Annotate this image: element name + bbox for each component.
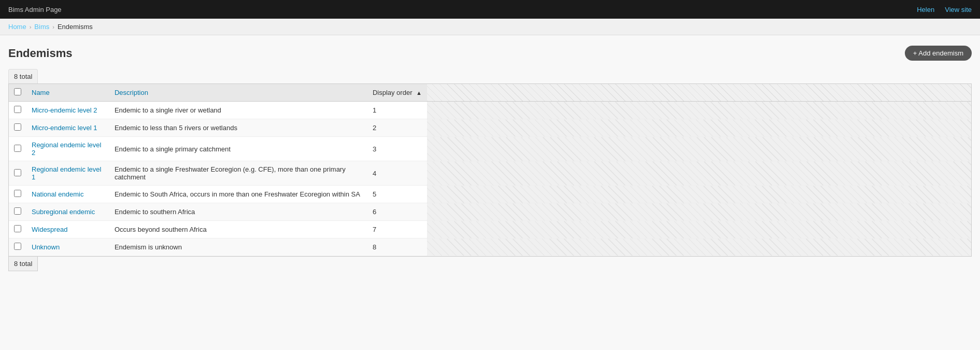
row-hatched-cell	[427, 161, 971, 186]
row-checkbox[interactable]	[14, 106, 21, 113]
col-name-label: Name	[32, 89, 50, 96]
col-header-empty	[427, 84, 971, 102]
row-display-order-cell: 5	[367, 186, 427, 203]
row-name-cell: Regional endemic level 1	[26, 161, 109, 186]
row-name-link[interactable]: Widespread	[32, 226, 67, 233]
row-name-link[interactable]: Micro-endemic level 1	[32, 124, 97, 132]
row-description-cell: Occurs beyond southern Africa	[109, 221, 367, 239]
total-label-top: 8 total	[8, 69, 38, 83]
row-name-cell: Regional endemic level 2	[26, 137, 109, 161]
endemisms-table-wrapper: Name Description Display order ▲	[8, 83, 972, 257]
row-display-order-cell: 2	[367, 119, 427, 137]
row-checkbox[interactable]	[14, 123, 21, 131]
row-hatched-cell	[427, 239, 971, 256]
page-header: Endemisms + Add endemism	[8, 46, 972, 61]
table-row: Micro-endemic level 1 Endemic to less th…	[9, 119, 971, 137]
row-hatched-cell	[427, 221, 971, 239]
row-name-link[interactable]: National endemic	[32, 190, 83, 198]
row-name-cell: Unknown	[26, 239, 109, 256]
row-checkbox-cell[interactable]	[9, 119, 26, 137]
topbar-right: Helen View site	[917, 6, 972, 13]
row-description-cell: Endemic to a single primary catchment	[109, 137, 367, 161]
row-description-cell: Endemism is unknown	[109, 239, 367, 256]
select-all-header[interactable]	[9, 84, 26, 102]
breadcrumb-current: Endemisms	[58, 23, 93, 31]
row-name-cell: Micro-endemic level 1	[26, 119, 109, 137]
row-checkbox-cell[interactable]	[9, 161, 26, 186]
table-body: Micro-endemic level 2 Endemic to a singl…	[9, 102, 971, 256]
page-title: Endemisms	[8, 47, 73, 60]
breadcrumb: Home › Bims › Endemisms	[0, 19, 980, 35]
row-display-order-cell: 6	[367, 203, 427, 221]
row-name-cell: Subregional endemic	[26, 203, 109, 221]
table-header-row: Name Description Display order ▲	[9, 84, 971, 102]
row-name-link[interactable]: Subregional endemic	[32, 208, 95, 216]
view-site-link[interactable]: View site	[945, 6, 972, 13]
table-row: Unknown Endemism is unknown 8	[9, 239, 971, 256]
row-description-cell: Endemic to South Africa, occurs in more …	[109, 186, 367, 203]
select-all-checkbox[interactable]	[14, 88, 21, 95]
table-row: Regional endemic level 1 Endemic to a si…	[9, 161, 971, 186]
row-hatched-cell	[427, 119, 971, 137]
col-display-order-label: Display order	[373, 89, 413, 96]
row-checkbox[interactable]	[14, 225, 21, 232]
row-hatched-cell	[427, 186, 971, 203]
row-name-link[interactable]: Micro-endemic level 2	[32, 106, 97, 114]
row-checkbox[interactable]	[14, 190, 21, 197]
row-checkbox[interactable]	[14, 145, 21, 152]
breadcrumb-bims[interactable]: Bims	[34, 23, 49, 31]
row-display-order-cell: 4	[367, 161, 427, 186]
endemisms-table: Name Description Display order ▲	[9, 84, 971, 256]
row-display-order-cell: 7	[367, 221, 427, 239]
table-row: Widespread Occurs beyond southern Africa…	[9, 221, 971, 239]
breadcrumb-home[interactable]: Home	[8, 23, 26, 31]
row-checkbox[interactable]	[14, 243, 21, 250]
row-display-order-cell: 8	[367, 239, 427, 256]
table-row: Regional endemic level 2 Endemic to a si…	[9, 137, 971, 161]
row-name-link[interactable]: Regional endemic level 2	[32, 141, 101, 157]
row-description-cell: Endemic to a single Freshwater Ecoregion…	[109, 161, 367, 186]
add-endemism-button[interactable]: + Add endemism	[905, 46, 972, 61]
row-display-order-cell: 1	[367, 102, 427, 119]
row-hatched-cell	[427, 102, 971, 119]
row-name-link[interactable]: Regional endemic level 1	[32, 165, 101, 181]
total-label-bottom: 8 total	[8, 257, 38, 271]
topbar-title: Bims Admin Page	[8, 6, 62, 13]
row-checkbox-cell[interactable]	[9, 137, 26, 161]
row-name-cell: Micro-endemic level 2	[26, 102, 109, 119]
topbar-user[interactable]: Helen	[917, 6, 934, 13]
row-description-cell: Endemic to southern Africa	[109, 203, 367, 221]
row-checkbox[interactable]	[14, 207, 21, 215]
row-checkbox-cell[interactable]	[9, 102, 26, 119]
row-hatched-cell	[427, 137, 971, 161]
total-count-bottom: 8 total	[8, 257, 972, 271]
topbar: Bims Admin Page Helen View site	[0, 0, 980, 19]
col-header-display-order[interactable]: Display order ▲	[367, 84, 427, 102]
table-row: National endemic Endemic to South Africa…	[9, 186, 971, 203]
breadcrumb-sep-1: ›	[30, 24, 32, 30]
row-name-link[interactable]: Unknown	[32, 243, 60, 251]
sort-arrow-icon: ▲	[416, 90, 422, 96]
row-checkbox-cell[interactable]	[9, 239, 26, 256]
row-display-order-cell: 3	[367, 137, 427, 161]
total-count-top: 8 total	[8, 69, 972, 83]
col-header-name[interactable]: Name	[26, 84, 109, 102]
row-description-cell: Endemic to a single river or wetland	[109, 102, 367, 119]
row-description-cell: Endemic to less than 5 rivers or wetland…	[109, 119, 367, 137]
breadcrumb-sep-2: ›	[52, 24, 54, 30]
row-checkbox[interactable]	[14, 169, 21, 176]
table-row: Subregional endemic Endemic to southern …	[9, 203, 971, 221]
row-hatched-cell	[427, 203, 971, 221]
col-description-label: Description	[115, 89, 148, 96]
row-checkbox-cell[interactable]	[9, 221, 26, 239]
row-name-cell: National endemic	[26, 186, 109, 203]
row-name-cell: Widespread	[26, 221, 109, 239]
row-checkbox-cell[interactable]	[9, 203, 26, 221]
table-row: Micro-endemic level 2 Endemic to a singl…	[9, 102, 971, 119]
main-content: Endemisms + Add endemism 8 total Name De…	[0, 35, 980, 282]
row-checkbox-cell[interactable]	[9, 186, 26, 203]
col-header-description[interactable]: Description	[109, 84, 367, 102]
